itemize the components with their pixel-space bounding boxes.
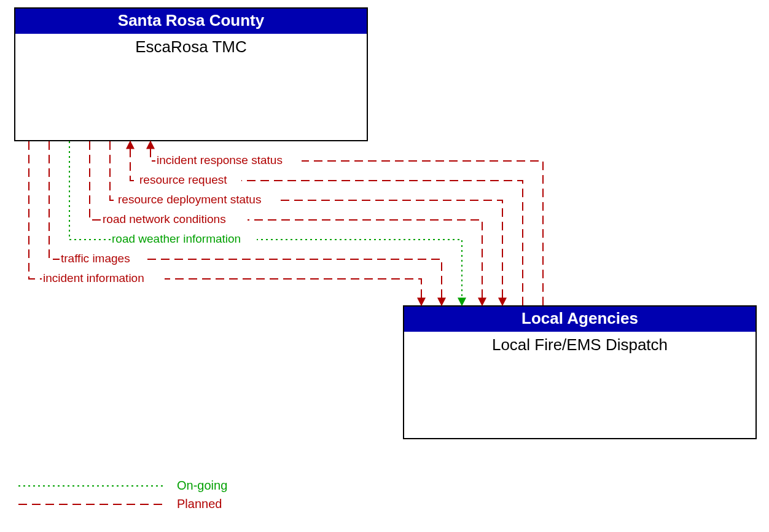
connections-svg: incident information traffic images road… xyxy=(0,0,769,532)
label-road-network-conditions: road network conditions xyxy=(103,213,226,225)
label-resource-deployment-status: resource deployment status xyxy=(118,193,261,206)
label-incident-information: incident information xyxy=(43,272,144,284)
legend-label-ongoing: On-going xyxy=(177,479,227,493)
label-road-weather-information: road weather information xyxy=(112,232,241,245)
diagram-canvas: Santa Rosa County EscaRosa TMC Local Age… xyxy=(0,0,769,532)
label-incident-response-status: incident response status xyxy=(157,154,283,166)
label-traffic-images: traffic images xyxy=(61,252,130,265)
legend-label-planned: Planned xyxy=(177,497,222,511)
label-resource-request: resource request xyxy=(139,173,227,186)
